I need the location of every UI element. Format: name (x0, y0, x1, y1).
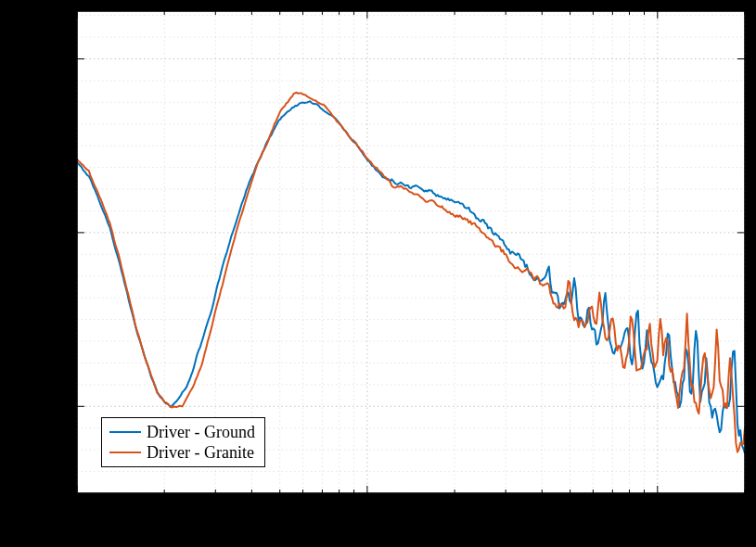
legend-label: Driver - Ground (147, 422, 255, 442)
legend-entry: Driver - Granite (109, 442, 255, 463)
legend-label: Driver - Granite (147, 442, 254, 463)
legend-swatch (109, 452, 141, 453)
legend-entry: Driver - Ground (109, 422, 255, 442)
legend-swatch (109, 431, 141, 433)
legend: Driver - GroundDriver - Granite (101, 417, 265, 467)
